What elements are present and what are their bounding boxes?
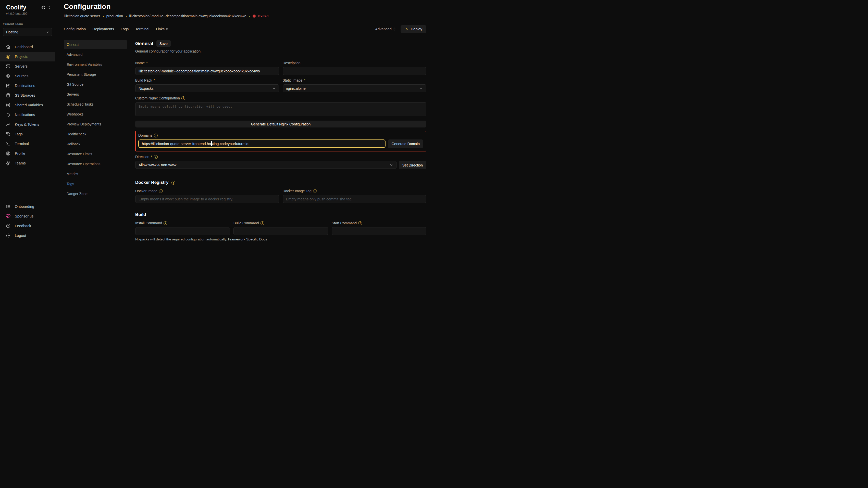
subnav-item-environment-variables[interactable]: Environment Variables (64, 60, 127, 69)
sidebar-item-profile[interactable]: Profile (0, 149, 55, 158)
info-icon[interactable]: i (313, 189, 317, 193)
sidebar-item-shared-variables[interactable]: Shared Variables (0, 100, 55, 110)
terminal-icon (6, 141, 11, 147)
breadcrumb-project[interactable]: illicitonion quote server (64, 14, 100, 18)
save-button[interactable]: Save (156, 40, 171, 47)
breadcrumb-application[interactable]: illicitestonion/-module--decomposition:m… (129, 14, 246, 18)
selector-icon (165, 27, 169, 31)
docker-image-input[interactable] (135, 195, 279, 203)
theme-selector-icon[interactable] (48, 5, 51, 9)
info-icon[interactable]: i (159, 189, 163, 193)
sidebar-item-dashboard[interactable]: Dashboard (0, 42, 55, 52)
framework-docs-link[interactable]: Framework Specific Docs (228, 237, 267, 241)
subnav-item-servers[interactable]: Servers (64, 90, 127, 99)
heart-icon (6, 214, 11, 219)
subnav-item-healthcheck[interactable]: Healthcheck (64, 130, 127, 139)
generate-nginx-button[interactable]: Generate Default Nginx Configuration (135, 121, 426, 128)
sidebar-item-teams[interactable]: Teams (0, 158, 55, 168)
static-image-select[interactable]: nginx:alpine (283, 85, 427, 92)
tab-logs[interactable]: Logs (121, 27, 129, 31)
sidebar-item-s3-storages[interactable]: S3 Storages (0, 91, 55, 100)
sidebar-item-feedback[interactable]: Feedback (0, 221, 55, 231)
sidebar-item-logout[interactable]: Logout (0, 231, 55, 240)
sidebar-item-label: Keys & Tokens (15, 122, 39, 126)
direction-select[interactable]: Allow www & non-www. (135, 161, 397, 169)
sidebar-item-label: Tags (15, 132, 23, 136)
subnav-item-rollback[interactable]: Rollback (64, 139, 127, 149)
info-icon[interactable]: i (154, 134, 158, 137)
status-badge: Exited (258, 14, 269, 18)
tab-links[interactable]: Links (156, 27, 169, 31)
start-command-input[interactable] (332, 227, 426, 235)
info-icon[interactable]: i (260, 221, 264, 225)
sidebar-item-label: Logout (15, 233, 26, 238)
sidebar-item-label: Terminal (15, 142, 29, 146)
description-input[interactable] (283, 67, 427, 75)
subnav-item-general[interactable]: General (64, 40, 127, 49)
layers-icon (6, 54, 11, 59)
sidebar-item-sponsor-us[interactable]: Sponsor us (0, 212, 55, 221)
sidebar-item-label: Notifications (15, 113, 35, 117)
info-icon[interactable]: i (154, 155, 158, 159)
tab-configuration[interactable]: Configuration (64, 27, 86, 31)
sidebar-item-terminal[interactable]: Terminal (0, 139, 55, 149)
git-source-icon (6, 73, 11, 78)
app-logo[interactable]: Coolify (6, 4, 26, 11)
sidebar-item-onboarding[interactable]: Onboarding (0, 202, 55, 212)
subnav-item-persistent-storage[interactable]: Persistent Storage (64, 70, 127, 79)
description-label: Description (283, 61, 427, 65)
chevron-down-icon (46, 30, 50, 34)
sidebar-item-destinations[interactable]: Destinations (0, 81, 55, 91)
theme-sun-icon[interactable] (41, 5, 46, 10)
server-icon (6, 64, 11, 69)
direction-label: Direction* i (135, 155, 426, 159)
chevron-down-icon (272, 87, 276, 90)
subnav-item-webhooks[interactable]: Webhooks (64, 110, 127, 119)
build-command-input[interactable] (234, 227, 328, 235)
install-command-input[interactable] (135, 227, 230, 235)
subnav-item-tags[interactable]: Tags (64, 179, 127, 188)
info-icon[interactable]: i (172, 181, 175, 185)
subnav-item-advanced[interactable]: Advanced (64, 50, 127, 59)
sidebar-item-label: Feedback (15, 224, 31, 228)
sidebar-item-sources[interactable]: Sources (0, 71, 55, 81)
tab-terminal[interactable]: Terminal (135, 27, 149, 31)
sidebar-item-keys-tokens[interactable]: Keys & Tokens (0, 120, 55, 129)
name-input[interactable] (135, 67, 279, 75)
set-direction-button[interactable]: Set Direction (399, 161, 426, 169)
team-select[interactable]: Hosting (3, 28, 52, 36)
subnav-item-git-source[interactable]: Git Source (64, 80, 127, 89)
chevron-down-icon (390, 163, 393, 167)
domains-input[interactable] (138, 139, 385, 148)
sidebar-item-label: S3 Storages (15, 93, 35, 97)
sidebar: Coolify v4.0.0-beta.399 Current Team Hos… (0, 0, 55, 244)
variable-icon (6, 102, 11, 107)
custom-nginx-textarea[interactable] (135, 102, 426, 116)
info-icon[interactable]: i (181, 96, 185, 100)
section-title-build: Build (135, 212, 146, 217)
advanced-menu[interactable]: Advanced (375, 27, 396, 31)
chevron-down-icon (420, 87, 423, 90)
deploy-button[interactable]: Deploy (401, 25, 426, 33)
generate-domain-button[interactable]: Generate Domain (388, 139, 423, 148)
sidebar-item-label: Shared Variables (15, 103, 43, 107)
breadcrumb-environment[interactable]: production (106, 14, 123, 18)
subnav-item-danger-zone[interactable]: Danger Zone (64, 189, 127, 198)
sidebar-item-projects[interactable]: Projects (0, 52, 55, 61)
sidebar-item-tags[interactable]: Tags (0, 129, 55, 139)
info-icon[interactable]: i (358, 221, 362, 225)
sidebar-item-servers[interactable]: Servers (0, 61, 55, 71)
docker-image-tag-input[interactable] (283, 195, 427, 203)
build-pack-select[interactable]: Nixpacks (135, 85, 279, 92)
subnav-item-preview-deployments[interactable]: Preview Deployments (64, 120, 127, 129)
subnav-item-scheduled-tasks[interactable]: Scheduled Tasks (64, 100, 127, 109)
subnav-item-resource-limits[interactable]: Resource Limits (64, 150, 127, 159)
subnav-item-metrics[interactable]: Metrics (64, 169, 127, 178)
sidebar-item-notifications[interactable]: Notifications (0, 110, 55, 120)
main-area: Configuration illicitonion quote server … (55, 0, 434, 244)
subnav-item-resource-operations[interactable]: Resource Operations (64, 159, 127, 168)
tab-deployments[interactable]: Deployments (92, 27, 114, 31)
breadcrumb-separator-icon: › (249, 14, 250, 18)
info-icon[interactable]: i (163, 221, 167, 225)
domains-label: Domains i (138, 133, 423, 137)
